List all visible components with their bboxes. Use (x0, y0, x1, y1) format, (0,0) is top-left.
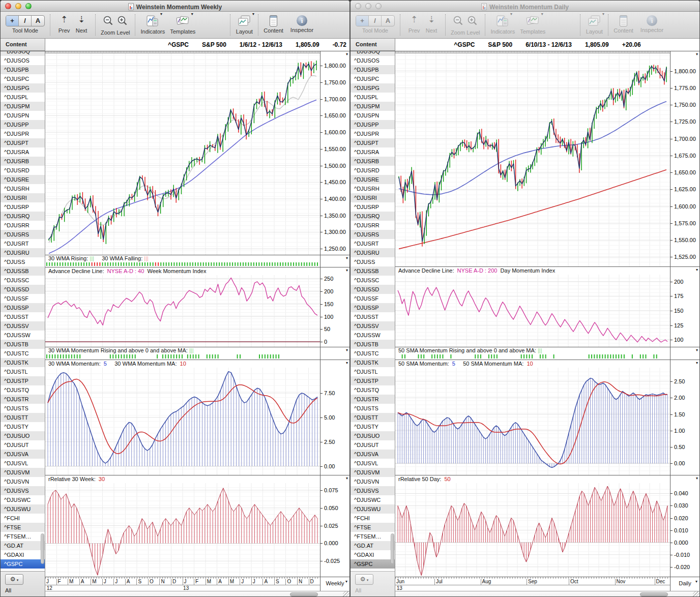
symbol-row[interactable]: ^DJUSRP (351, 202, 395, 212)
symbol-row[interactable]: ^DJUSVA (351, 450, 395, 459)
tool-text-button[interactable]: A (382, 16, 394, 26)
zoom-out-button[interactable] (103, 15, 114, 28)
symbol-row[interactable]: ^DJUSSD (1, 285, 45, 294)
symbol-row[interactable]: ^GDAXI (1, 550, 45, 559)
symbol-row[interactable]: ^GSPC (1, 559, 45, 569)
period-selector[interactable]: Daily ▾ (670, 577, 699, 591)
relative-strength-chart[interactable] (395, 483, 670, 577)
symbol-row[interactable]: ^DJUSTK (1, 358, 45, 367)
advance-decline-chart[interactable] (395, 275, 670, 347)
symbol-row[interactable]: ^DJUSSP (351, 303, 395, 312)
symbol-row[interactable]: ^DJUSWC (351, 495, 395, 504)
scrollbar-thumb[interactable] (391, 533, 394, 564)
symbol-row[interactable]: ^DJUSPM (351, 102, 395, 111)
panel-menu-caret-icon[interactable]: ▾ (346, 268, 348, 273)
symbol-row[interactable]: ^DJUSUO (351, 431, 395, 440)
symbol-row[interactable]: ^DJUSRU (1, 248, 45, 257)
next-button[interactable]: ⇣ Next (423, 14, 440, 34)
symbol-row[interactable]: ^FTSE (351, 523, 395, 532)
symbol-row[interactable]: ^DJUSRR (1, 221, 45, 230)
symbol-row[interactable]: ^DJUSSC (1, 276, 45, 285)
tool-text-button[interactable]: A (32, 16, 44, 26)
symbol-row[interactable]: ^DJUSPC (1, 74, 45, 83)
relative-strength-axis[interactable]: ▾0.0750.0500.0250.000-0.025 (320, 475, 349, 577)
prev-button[interactable]: ⇡ Prev (405, 14, 423, 34)
symbol-row[interactable]: ^DJUSTC (351, 349, 395, 358)
symbol-row[interactable]: ^DJUSVM (351, 468, 395, 477)
symbol-row[interactable]: ^FTSE (1, 523, 45, 532)
symbol-row[interactable]: ^DJUSRE (351, 175, 395, 184)
symbol-row[interactable]: ^DJUSTY (351, 422, 395, 431)
panel-menu-caret-icon[interactable]: ▾ (696, 348, 698, 352)
action-menu-button[interactable]: ⚙▾ (355, 574, 373, 585)
symbol-row[interactable]: ^DJUSRT (351, 239, 395, 248)
symbol-row[interactable]: ^DJUSVN (351, 477, 395, 486)
resize-grip[interactable] (343, 591, 349, 597)
symbol-row[interactable]: ^DJUSOQ (1, 51, 45, 56)
symbol-row[interactable]: ^GD.AT (351, 541, 395, 550)
symbol-row[interactable]: ^DJUSRP (1, 202, 45, 212)
symbol-row[interactable]: ^DJUSVS (1, 486, 45, 495)
titlebar[interactable]: Weinstein Momentum Daily (351, 1, 699, 12)
symbol-row[interactable]: ^DJUSS (1, 257, 45, 266)
price-chart[interactable] (395, 51, 670, 266)
symbol-row[interactable]: ^DJUSRE (1, 175, 45, 184)
panel-menu-caret-icon[interactable]: ▾ (346, 348, 348, 352)
symbol-row[interactable]: ^DJUSPP (351, 120, 395, 129)
period-selector[interactable]: Weekly ▾ (320, 577, 349, 591)
panel-menu-caret-icon[interactable]: ▾ (696, 267, 698, 272)
price-chart[interactable] (45, 51, 320, 255)
symbol-row[interactable]: ^DJUSPN (351, 111, 395, 120)
sidebar-scrollbar[interactable] (390, 51, 395, 571)
advance-decline-chart[interactable] (45, 275, 320, 347)
symbol-row[interactable]: ^DJUSPT (1, 138, 45, 147)
content-tab[interactable]: Content (351, 39, 395, 51)
symbol-row[interactable]: ^DJUSWU (351, 504, 395, 514)
strip-axis[interactable]: ▾ (320, 255, 349, 267)
symbol-row[interactable]: ^DJUSSW (1, 331, 45, 340)
symbol-row[interactable]: ^DJUSRH (1, 184, 45, 193)
symbol-row[interactable]: ^DJUSRQ (1, 212, 45, 221)
symbol-row[interactable]: ^DJUSPB (351, 65, 395, 74)
symbol-row[interactable]: ^DJUSRD (1, 166, 45, 175)
symbol-row[interactable]: ^DJUSTL (1, 367, 45, 376)
zoom-window-button[interactable] (25, 3, 32, 9)
symbol-row[interactable]: ^DJUSRI (1, 193, 45, 202)
symbol-row[interactable]: ^FTSEM… (1, 532, 45, 541)
symbol-row[interactable]: ^DJUSTK (351, 358, 395, 367)
symbol-row[interactable]: ^DJUSTS (351, 404, 395, 413)
symbol-row[interactable]: ^DJUSRB (1, 157, 45, 166)
content-tab[interactable]: Content (1, 39, 45, 51)
horizontal-scrollbar[interactable] (45, 591, 349, 597)
zoom-in-button[interactable] (467, 15, 478, 28)
symbol-row[interactable]: ^DJUSPL (1, 93, 45, 102)
symbol-row[interactable]: ^DJUSVL (1, 459, 45, 468)
panel-menu-caret-icon[interactable]: ▾ (696, 476, 698, 481)
symbol-row[interactable]: ^DJUSWU (1, 504, 45, 514)
symbol-row[interactable]: ^DJUSSF (351, 294, 395, 303)
relative-strength-axis[interactable]: ▾0.0400.0300.0200.0100.000-0.010-0.020 (670, 475, 699, 577)
zoom-out-button[interactable] (453, 15, 464, 28)
minimize-button[interactable] (365, 3, 371, 9)
strip-axis[interactable]: ▾ (320, 347, 349, 360)
symbol-row[interactable]: ^DJUSTR (351, 395, 395, 404)
indicators-button[interactable]: ▼ Indicators (490, 14, 515, 35)
symbol-row[interactable]: ^FTSEM… (351, 532, 395, 541)
symbol-row[interactable]: ^DJUSSF (1, 294, 45, 303)
symbol-row[interactable]: ^DJUSRA (351, 147, 395, 157)
symbol-row[interactable]: ^DJUSRQ (351, 212, 395, 221)
symbol-row[interactable]: ^DJUSTP (351, 376, 395, 385)
symbol-row[interactable]: ^GDAXI (351, 550, 395, 559)
next-button[interactable]: ⇣ Next (73, 14, 90, 34)
momentum-axis[interactable]: ▾7.505.002.500.00 (320, 360, 349, 475)
price-axis[interactable]: ▾1,800.001,750.001,700.001,650.001,600.0… (320, 51, 349, 255)
advance-decline-axis[interactable]: ▾200175150125100 (670, 267, 699, 347)
symbol-row[interactable]: ^DJUSRS (1, 230, 45, 239)
horizontal-scrollbar[interactable] (395, 591, 699, 597)
symbol-row[interactable]: ^DJUSPR (1, 129, 45, 138)
symbol-row[interactable]: ^DJUSRB (351, 157, 395, 166)
content-button[interactable]: Content (614, 14, 633, 34)
symbol-row[interactable]: ^DJUSPT (351, 138, 395, 147)
titlebar[interactable]: Weinstein Momentum Weekly (1, 1, 349, 12)
symbol-row[interactable]: ^DJUSSP (1, 303, 45, 312)
